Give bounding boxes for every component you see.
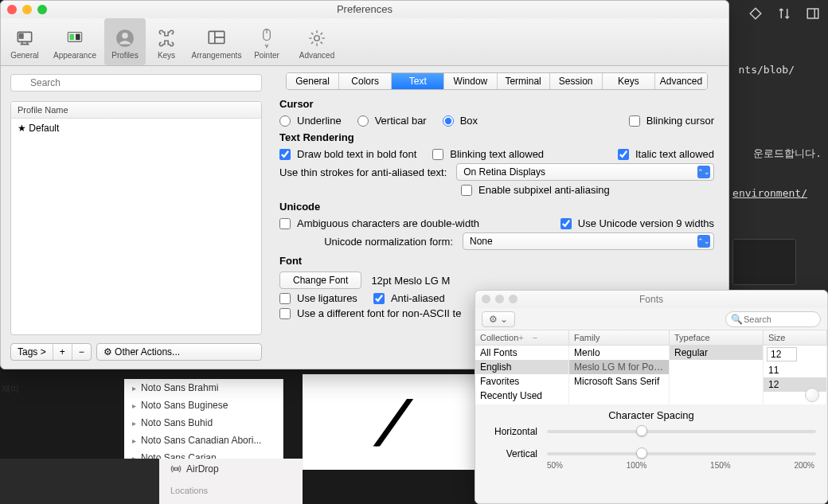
change-font-button[interactable]: Change Font	[279, 272, 361, 289]
titlebar[interactable]: Preferences	[1, 1, 728, 18]
blinking-cursor-checkbox[interactable]: Blinking cursor	[629, 115, 714, 127]
svg-rect-3	[20, 34, 23, 36]
svg-rect-0	[807, 9, 818, 18]
list-item[interactable]: All Fonts	[475, 346, 568, 360]
profiles-sidebar: 🔍 Profile Name ★ Default Tags > + − ⚙ Ot…	[1, 66, 271, 369]
preferences-toolbar: General Appearance Profiles Keys Arrange…	[1, 18, 728, 66]
cursor-heading: Cursor	[279, 98, 714, 110]
list-item[interactable]: Favorites	[475, 374, 568, 389]
list-item[interactable]: English	[475, 360, 568, 374]
chevron-down-icon: ⌄	[500, 314, 508, 325]
locations-header: Locations	[170, 486, 291, 495]
tab-advanced[interactable]: Advanced	[655, 73, 707, 89]
window-title: Preferences	[337, 3, 393, 15]
collection-list[interactable]: All Fonts English Favorites Recently Use…	[475, 346, 569, 404]
fonts-actions-menu[interactable]: ⚙ ⌄	[482, 311, 515, 327]
toolbar-profiles[interactable]: Profiles	[104, 18, 146, 65]
fonts-columns-header: Collection+ − Family Typeface Size	[475, 330, 827, 346]
list-item[interactable]: Microsoft Sans Serif	[569, 374, 669, 389]
profile-list[interactable]: Profile Name ★ Default	[10, 101, 262, 335]
fonts-panel: Fonts ⚙ ⌄ 🔍 Collection+ − Family Typefac…	[475, 290, 828, 504]
normalization-label: Unicode normalization form:	[279, 236, 453, 248]
profile-list-header: Profile Name	[11, 102, 261, 119]
list-item[interactable]: Regular	[670, 346, 763, 360]
airdrop-item[interactable]: AirDrop	[170, 463, 291, 475]
toolbar-appearance[interactable]: Appearance	[45, 18, 104, 65]
tab-session[interactable]: Session	[550, 73, 603, 89]
tab-text[interactable]: Text	[392, 73, 444, 89]
tab-keys[interactable]: Keys	[603, 73, 655, 89]
list-item[interactable]: Recently Used	[475, 389, 568, 403]
cursor-vertical-radio[interactable]: Vertical bar	[357, 115, 427, 127]
add-profile-button[interactable]: +	[53, 344, 72, 360]
tags-button[interactable]: Tags >	[11, 344, 53, 360]
bg-korean: 운로드합니다.	[753, 147, 822, 161]
fonts-titlebar[interactable]: Fonts	[475, 291, 827, 308]
ambiguous-width-checkbox[interactable]: Ambiguous characters are double-width	[279, 217, 479, 229]
horizontal-slider[interactable]	[547, 430, 816, 433]
toolbar-advanced[interactable]: Advanced	[287, 18, 346, 65]
minimize-button[interactable]	[22, 5, 32, 14]
profile-search-input[interactable]	[10, 74, 262, 92]
minimize-button[interactable]	[495, 295, 504, 303]
typeface-list[interactable]: Regular	[670, 346, 764, 404]
bg-box	[732, 239, 796, 285]
ligatures-checkbox[interactable]: Use ligatures	[279, 292, 357, 304]
toolbar-general[interactable]: General	[4, 18, 45, 65]
collection-add-remove[interactable]: + −	[518, 333, 541, 342]
list-item[interactable]: Meslo LG M for Powerline	[569, 360, 669, 374]
list-item[interactable]: Noto Sans Brahmi	[124, 379, 283, 397]
chevron-updown-icon: ⌃⌄	[697, 166, 710, 178]
unicode-heading: Unicode	[279, 201, 714, 213]
diamond-icon[interactable]	[748, 6, 763, 23]
list-item[interactable]: Noto Sans Canadian Abori...	[124, 432, 283, 449]
family-list[interactable]: Menlo Meslo LG M for Powerline Microsoft…	[569, 346, 670, 404]
non-ascii-font-checkbox[interactable]: Use a different font for non-ASCII te	[279, 307, 461, 319]
normalization-select[interactable]: None⌃⌄	[463, 232, 714, 250]
rendering-heading: Text Rendering	[279, 131, 714, 143]
other-actions-dropdown[interactable]: ⚙ Other Actions...	[96, 343, 262, 361]
unicode9-checkbox[interactable]: Use Unicode version 9 widths	[560, 217, 714, 229]
tab-colors[interactable]: Colors	[339, 73, 392, 89]
vertical-slider[interactable]	[547, 452, 816, 455]
svg-point-1	[174, 467, 178, 471]
cursor-box-radio[interactable]: Box	[443, 115, 478, 127]
chevron-updown-icon: ⌃⌄	[697, 235, 710, 248]
tab-terminal[interactable]: Terminal	[498, 73, 550, 89]
size-color-well[interactable]	[805, 388, 819, 402]
list-item[interactable]: Menlo	[569, 346, 669, 360]
finder-dark-strip	[0, 459, 159, 504]
panel-icon[interactable]	[806, 6, 820, 23]
toolbar-arrangements[interactable]: Arrangements	[187, 18, 246, 65]
close-button[interactable]	[482, 295, 490, 303]
profile-tabs: General Colors Text Window Terminal Sess…	[286, 72, 708, 90]
profile-row-default[interactable]: ★ Default	[11, 119, 261, 138]
zoom-button[interactable]	[509, 295, 518, 303]
finder-sidebar: AirDrop Locations	[159, 459, 303, 504]
tags-segment[interactable]: Tags > + −	[10, 343, 92, 361]
toolbar-keys[interactable]: Keys	[146, 18, 187, 65]
blinking-text-checkbox[interactable]: Blinking text allowed	[432, 148, 544, 160]
italic-text-checkbox[interactable]: Italic text allowed	[618, 148, 714, 160]
tab-general[interactable]: General	[287, 73, 339, 89]
remove-profile-button[interactable]: −	[72, 344, 91, 360]
antialiased-checkbox[interactable]: Anti-aliased	[373, 292, 445, 304]
current-font-label: 12pt Meslo LG M	[371, 275, 450, 287]
subpixel-checkbox[interactable]: Enable subpixel anti-aliasing	[461, 184, 610, 196]
list-item[interactable]: 11	[764, 363, 826, 377]
list-item[interactable]: Noto Sans Buginese	[124, 397, 283, 414]
size-input[interactable]	[767, 347, 797, 361]
close-button[interactable]	[7, 5, 17, 14]
tab-window[interactable]: Window	[444, 73, 497, 89]
compare-icon[interactable]	[777, 6, 791, 23]
svg-point-9	[122, 33, 128, 39]
zoom-button[interactable]	[37, 5, 47, 14]
finder-label: 재미	[2, 383, 19, 395]
bold-font-checkbox[interactable]: Draw bold text in bold font	[279, 148, 416, 160]
fonts-title: Fonts	[639, 294, 663, 305]
toolbar-pointer[interactable]: Pointer	[246, 18, 287, 65]
thin-strokes-select[interactable]: On Retina Displays⌃⌄	[456, 163, 714, 181]
list-item[interactable]: Noto Sans Buhid	[124, 414, 283, 432]
cursor-underline-radio[interactable]: Underline	[279, 115, 342, 127]
gear-icon: ⚙	[104, 346, 112, 357]
